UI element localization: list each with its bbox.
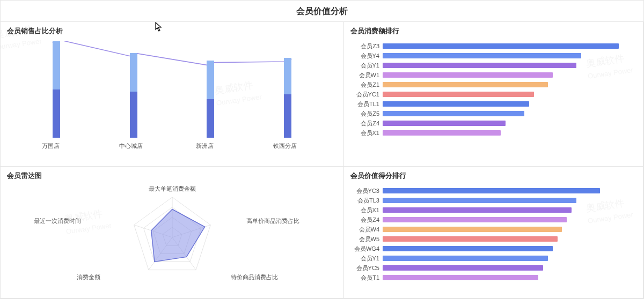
bar-column[interactable] (130, 41, 137, 138)
rank-label: 会员Z4 (350, 119, 383, 128)
radar-axis-label: 消费金额 (77, 273, 100, 281)
rank-bar (383, 236, 558, 242)
rank-label: 会员Y1 (350, 62, 383, 70)
bar-column[interactable] (53, 41, 60, 138)
rank-bar (383, 227, 562, 232)
rank-row[interactable]: 会员W4 (350, 225, 631, 234)
rank-row[interactable]: 会员Z4 (350, 215, 631, 225)
rank-bar (383, 246, 553, 251)
rank-bar (383, 63, 576, 68)
rank-row[interactable]: 会员Y4 (350, 51, 631, 61)
rank-bar (383, 188, 600, 193)
rank-label: 会员YC3 (350, 187, 383, 195)
rank-label: 会员YC5 (350, 264, 383, 272)
rank-bar (383, 207, 572, 213)
panel-consumption-rank: 会员消费额排行 奥威软件Ourway Power 会员Z3会员Y4会员Y1会员W… (343, 21, 643, 167)
radar-axis-label: 最大单笔消费金额 (149, 185, 196, 193)
rank-label: 会员TL1 (350, 100, 383, 108)
rank-bar (383, 275, 538, 280)
rank-label: 会员X1 (350, 206, 383, 214)
rank-bar (383, 111, 524, 116)
rank-row[interactable]: 会员Z5 (350, 109, 631, 118)
rank-label: 会员WG4 (350, 245, 383, 253)
rank-row[interactable]: 会员Y1 (350, 253, 631, 263)
rank-bar (383, 217, 567, 222)
value-rank-chart[interactable]: 会员YC3会员TL3会员X1会员Z4会员W4会员W5会员WG4会员Y1会员YC5… (350, 184, 636, 282)
rank-bar (383, 265, 543, 271)
rank-bar (383, 121, 506, 126)
panel-title: 会员价值得分排行 (350, 171, 636, 181)
rank-label: 会员Y4 (350, 52, 383, 60)
consumption-rank-chart[interactable]: 会员Z3会员Y4会员Y1会员W1会员Z1会员YC1会员TL1会员Z5会员Z4会员… (350, 39, 636, 138)
x-axis-label: 新洲店 (196, 142, 203, 150)
rank-row[interactable]: 会员W1 (350, 70, 631, 80)
rank-row[interactable]: 会员Y1 (350, 61, 631, 70)
dashboard: 会员价值分析 会员销售占比分析 奥威软件Ourway Power 奥威软件Our… (0, 0, 644, 299)
panel-title: 会员雷达图 (7, 171, 337, 181)
rank-bar (383, 256, 548, 261)
rank-row[interactable]: 会员WG4 (350, 244, 631, 253)
rank-bar (383, 82, 548, 87)
radar-axis-label: 特价商品消费占比 (231, 273, 278, 281)
rank-row[interactable]: 会员W5 (350, 234, 631, 244)
panel-title: 会员销售占比分析 (7, 26, 337, 36)
rank-row[interactable]: 会员X1 (350, 128, 631, 138)
page-title: 会员价值分析 (1, 1, 643, 22)
x-axis-label: 铁西分店 (273, 142, 281, 150)
rank-label: 会员Z4 (350, 216, 383, 224)
rank-bar (383, 198, 576, 203)
radar-axis-label: 高单价商品消费占比 (246, 217, 299, 225)
rank-row[interactable]: 会员YC3 (350, 186, 631, 196)
rank-bar (383, 53, 581, 58)
panel-sales-ratio: 会员销售占比分析 奥威软件Ourway Power 奥威软件Ourway Pow… (0, 21, 344, 167)
rank-label: 会员Z3 (350, 42, 383, 50)
rank-bar (383, 130, 501, 136)
rank-bar (383, 43, 619, 49)
panel-value-rank: 会员价值得分排行 奥威软件Ourway Power 会员YC3会员TL3会员X1… (343, 166, 643, 298)
rank-row[interactable]: 会员TL1 (350, 99, 631, 109)
x-axis-label: 中心城店 (119, 142, 127, 150)
rank-label: 会员Z5 (350, 110, 383, 118)
rank-bar (383, 72, 553, 78)
panel-radar: 会员雷达图 奥威软件Ourway Power 最大单笔消费金额高单价商品消费占比… (0, 166, 344, 298)
rank-label: 会员TL3 (350, 197, 383, 205)
rank-row[interactable]: 会员Z3 (350, 41, 631, 51)
rank-label: 会员YC1 (350, 91, 383, 99)
bar-column[interactable] (284, 41, 291, 138)
radar-axis-label: 最近一次消费时间 (34, 217, 81, 225)
rank-label: 会员Y1 (350, 255, 383, 263)
rank-row[interactable]: 会员T1 (350, 273, 631, 282)
rank-label: 会员Z1 (350, 81, 383, 89)
panel-title: 会员消费额排行 (350, 26, 636, 36)
rank-row[interactable]: 会员YC5 (350, 263, 631, 273)
rank-label: 会员T1 (350, 274, 383, 282)
rank-row[interactable]: 会员Z1 (350, 80, 631, 89)
x-axis-label: 万国店 (42, 142, 49, 150)
stacked-bar-chart[interactable]: 万国店中心城店新洲店铁西分店 (18, 41, 326, 154)
rank-row[interactable]: 会员Z4 (350, 118, 631, 128)
rank-label: 会员X1 (350, 129, 383, 137)
rank-row[interactable]: 会员YC1 (350, 89, 631, 99)
rank-bar (383, 92, 534, 97)
rank-label: 会员W1 (350, 71, 383, 79)
rank-row[interactable]: 会员X1 (350, 205, 631, 215)
bar-column[interactable] (207, 41, 214, 138)
rank-label: 会员W5 (350, 235, 383, 243)
svg-marker-9 (151, 210, 204, 262)
rank-label: 会员W4 (350, 226, 383, 234)
rank-row[interactable]: 会员TL3 (350, 196, 631, 205)
rank-bar (383, 101, 529, 107)
radar-chart[interactable]: 最大单笔消费金额高单价商品消费占比特价商品消费占比消费金额最近一次消费时间 (7, 184, 337, 291)
grid: 会员销售占比分析 奥威软件Ourway Power 奥威软件Ourway Pow… (1, 22, 643, 298)
